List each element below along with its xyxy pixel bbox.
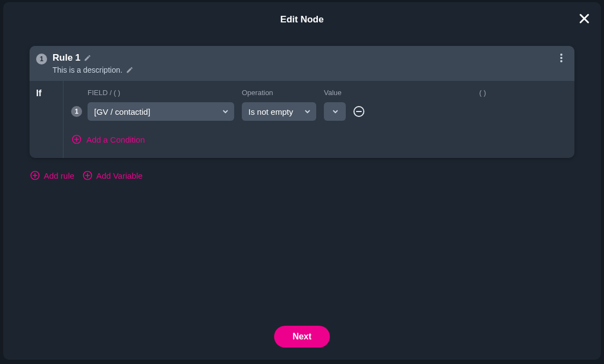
modal-footer: Next	[3, 314, 601, 360]
condition-index-badge: 1	[71, 106, 82, 117]
edit-node-modal: Edit Node 1 Rule 1 This is a de	[3, 2, 601, 360]
value-select[interactable]	[324, 102, 346, 121]
if-label: If	[30, 81, 63, 158]
condition-row: 1 [GV / contactid] Is not empty	[71, 102, 567, 121]
pencil-icon[interactable]	[126, 66, 133, 74]
chevron-down-icon	[332, 108, 339, 115]
rule-description: This is a description.	[53, 66, 123, 74]
svg-point-2	[560, 54, 562, 56]
next-button[interactable]: Next	[274, 326, 330, 348]
plus-circle-icon	[82, 170, 93, 181]
header-operation: Operation	[242, 89, 316, 97]
rule-index-badge: 1	[36, 54, 47, 64]
plus-circle-icon	[30, 170, 40, 181]
remove-condition-icon[interactable]	[353, 106, 364, 117]
svg-point-3	[560, 57, 562, 59]
header-value: Value	[324, 89, 346, 97]
operation-select[interactable]: Is not empty	[242, 102, 316, 121]
rule-card: 1 Rule 1 This is a description.	[30, 46, 574, 158]
field-select[interactable]: [GV / contactid]	[88, 102, 234, 121]
add-condition-button[interactable]: Add a Condition	[71, 134, 145, 145]
operation-select-value: Is not empty	[248, 107, 293, 116]
rule-title-wrap: Rule 1 This is a description.	[53, 52, 566, 74]
card-actions: Add rule Add Variable	[30, 170, 574, 181]
add-variable-button[interactable]: Add Variable	[82, 170, 143, 181]
chevron-down-icon	[222, 108, 229, 115]
add-rule-button[interactable]: Add rule	[30, 170, 74, 181]
modal-header: Edit Node	[3, 2, 601, 37]
chevron-down-icon	[304, 108, 311, 115]
rule-header: 1 Rule 1 This is a description.	[30, 46, 574, 81]
pencil-icon[interactable]	[84, 54, 91, 62]
header-field: FIELD / ( )	[88, 89, 234, 97]
condition-headers: FIELD / ( ) Operation Value ( )	[71, 89, 567, 97]
rule-body: If FIELD / ( ) Operation Value ( ) 1 [GV…	[30, 81, 574, 158]
add-variable-label: Add Variable	[96, 171, 143, 180]
add-rule-label: Add rule	[44, 171, 74, 180]
rule-title: Rule 1	[53, 52, 80, 63]
plus-circle-icon	[71, 134, 82, 145]
modal-body: 1 Rule 1 This is a description.	[3, 37, 601, 314]
kebab-menu-icon[interactable]	[556, 54, 567, 62]
header-paren: ( )	[479, 89, 486, 97]
svg-point-4	[560, 60, 562, 62]
modal-title: Edit Node	[280, 14, 323, 25]
conditions-column: FIELD / ( ) Operation Value ( ) 1 [GV / …	[63, 81, 574, 158]
field-select-value: [GV / contactid]	[94, 107, 150, 116]
close-icon[interactable]	[578, 12, 591, 25]
add-condition-label: Add a Condition	[86, 135, 145, 144]
